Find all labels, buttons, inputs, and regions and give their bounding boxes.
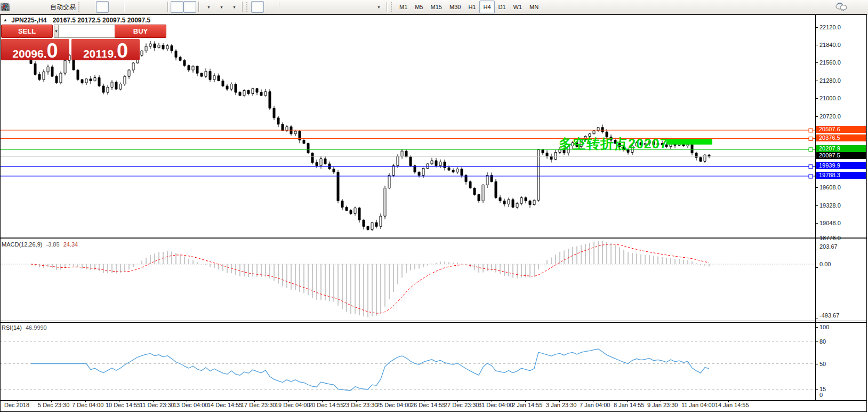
rsi-panel[interactable] — [0, 323, 815, 400]
macd-scale-tick — [815, 250, 818, 250]
timeframe-button-w1[interactable]: W1 — [510, 1, 526, 13]
bar-chart-button[interactable] — [83, 1, 96, 13]
time-axis-label: 17 Dec 23:30 — [241, 402, 276, 408]
price-badge: 20207.9 — [816, 145, 866, 152]
macd-scale-tick — [815, 267, 818, 268]
rsi-scale-label: 80 — [819, 338, 826, 345]
chart-text-annotation[interactable]: 多空转折点20207 — [559, 135, 668, 153]
timeframe-button-m1[interactable]: M1 — [396, 1, 411, 13]
zoom-out-button[interactable] — [140, 1, 152, 13]
sell-price-display[interactable]: 20096 . 0 — [1, 39, 69, 60]
toolbar-separator — [279, 2, 280, 12]
rsi-scale-tick — [815, 389, 818, 390]
buy-price-pip: 0 — [117, 43, 128, 59]
crosshair-button[interactable] — [264, 1, 277, 13]
time-axis-tick — [254, 400, 255, 402]
time-axis-tick — [695, 400, 695, 402]
line-handle[interactable] — [809, 165, 813, 169]
horizontal-line-button[interactable] — [295, 1, 308, 13]
time-axis-tick — [288, 400, 289, 402]
text-button[interactable]: A — [346, 1, 359, 13]
panel-splitter[interactable] — [0, 321, 867, 323]
macd-scale-label: 203.67 — [819, 243, 838, 250]
macd-panel[interactable] — [0, 239, 815, 321]
rsi-scale-tick — [815, 341, 818, 342]
time-axis-label: 7 Jan 04:00 — [580, 402, 610, 408]
toolbar-separator — [198, 2, 199, 12]
chart-title: ▲ JPN225-,H4 20167.5 20172.5 20097.5 200… — [3, 17, 150, 24]
price-axis-label: 22120.0 — [819, 24, 841, 30]
buy-price-display[interactable]: 20119 . 0 — [71, 39, 140, 60]
arrows-button[interactable]: ▼ — [372, 1, 384, 13]
buy-button[interactable]: BUY — [115, 25, 166, 38]
toolbar-separator — [387, 2, 388, 12]
timeframe-button-h1[interactable]: H1 — [464, 1, 479, 13]
trendline-button[interactable] — [308, 1, 320, 13]
time-axis-tick — [492, 400, 492, 402]
panel-splitter[interactable] — [0, 237, 867, 239]
price-axis-line — [815, 15, 816, 400]
vertical-line-button[interactable] — [282, 1, 295, 13]
macd-scale-label: 0.00 — [819, 261, 831, 267]
rsi-scale-label: 50 — [819, 361, 826, 367]
highlight-rectangle[interactable] — [666, 139, 712, 145]
price-axis-label: 19048.0 — [819, 220, 841, 226]
timeframe-button-m30[interactable]: M30 — [446, 1, 464, 13]
equidistant-channel-button[interactable]: E — [320, 1, 333, 13]
time-axis-tick — [221, 400, 221, 402]
price-badge: 20376.5 — [816, 134, 866, 141]
volume-decrease-button[interactable]: ▼ — [54, 25, 59, 38]
timeframe-button-m15[interactable]: M15 — [427, 1, 446, 13]
volume-stepper: ▼ ▲ — [54, 25, 114, 38]
templates-button[interactable]: ▼ — [227, 1, 240, 13]
auto-scroll-button[interactable] — [171, 1, 183, 13]
price-badge: 19788.3 — [816, 172, 866, 179]
tile-windows-button[interactable] — [152, 1, 165, 13]
indicators-button[interactable]: ▼ — [202, 1, 214, 13]
time-axis-tick — [728, 400, 729, 402]
periods-button[interactable]: ▼ — [214, 1, 227, 13]
time-axis-label: 26 Dec 14:55 — [411, 402, 445, 408]
timeframe-button-h4[interactable]: H4 — [479, 1, 494, 13]
autotrading-button[interactable]: 自动交易 — [47, 1, 77, 13]
line-chart-button[interactable] — [109, 1, 122, 13]
macd-scale-tick — [815, 319, 818, 319]
rsi-scale-tick — [815, 364, 818, 364]
macd-label: MACD(12,26,9) -3.85 24.34 — [2, 241, 78, 248]
line-handle[interactable] — [809, 148, 813, 152]
dropdown-caret-icon: ▼ — [207, 5, 211, 9]
rsi-scale-label: 0 — [819, 392, 823, 398]
line-handle[interactable] — [809, 174, 813, 178]
candlestick-chart-button[interactable] — [96, 1, 109, 13]
price-axis-tick — [815, 62, 818, 63]
toolbar-separator — [124, 2, 125, 12]
collapse-arrow-icon[interactable]: ▲ — [3, 18, 7, 22]
chart-shift-button[interactable] — [183, 1, 196, 13]
toolbar-separator — [242, 2, 243, 12]
price-axis-label: 19328.0 — [819, 202, 841, 209]
timeframe-button-d1[interactable]: D1 — [495, 1, 510, 13]
macd-histogram — [31, 241, 709, 317]
text-label-button[interactable]: T — [359, 1, 372, 13]
timeframe-button-mn[interactable]: MN — [526, 1, 542, 13]
price-axis-tick — [815, 45, 818, 45]
rsi-line — [31, 349, 709, 391]
cursor-button[interactable] — [251, 1, 264, 13]
price-axis-bottom-label: 18776.0 — [819, 235, 841, 241]
buy-price-int: 20119 — [83, 48, 114, 59]
time-axis-label: 13 Dec 04:00 — [173, 402, 208, 408]
chat-button[interactable] — [852, 1, 865, 13]
one-click-trading-panel: SELL ▼ ▲ BUY 20096 . 0 20119 . 0 — [1, 25, 167, 60]
time-axis-tick — [119, 400, 119, 402]
community-button[interactable] — [21, 1, 34, 13]
line-handle[interactable] — [809, 129, 813, 132]
fibonacci-button[interactable]: F — [333, 1, 346, 13]
line-handle[interactable] — [809, 137, 813, 141]
signals-button[interactable] — [34, 1, 47, 13]
zoom-in-button[interactable] — [127, 1, 140, 13]
time-axis-tick — [153, 400, 154, 402]
price-axis-tick — [815, 98, 818, 99]
sell-button[interactable]: SELL — [1, 25, 53, 38]
timeframe-button-m5[interactable]: M5 — [411, 1, 427, 13]
time-axis-tick — [627, 400, 628, 402]
